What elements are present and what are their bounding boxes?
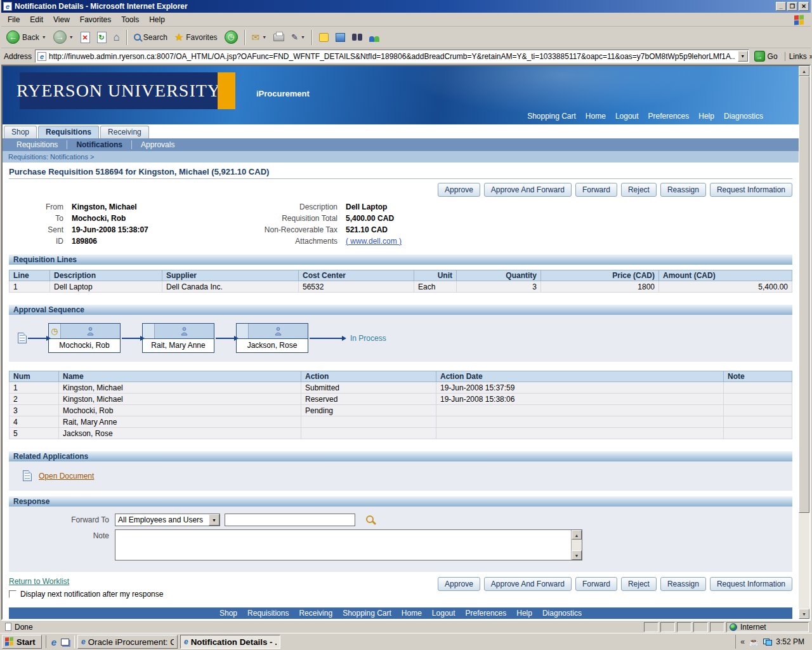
task-button-notification[interactable]: e Notification Details - ... (180, 635, 280, 649)
address-dropdown-button[interactable]: ▼ (738, 51, 748, 62)
vertical-scrollbar[interactable]: ▲ ▼ (799, 66, 809, 619)
forward-to-select[interactable]: All Employees and Users ▼ (115, 514, 220, 526)
network-tray-icon[interactable] (763, 639, 772, 646)
links-button[interactable]: Links » (785, 52, 812, 61)
global-link[interactable]: Logout (615, 112, 639, 121)
scrollbar-track[interactable] (799, 76, 809, 609)
minimize-button[interactable]: _ (776, 2, 786, 11)
close-button[interactable]: ✕ (799, 2, 809, 11)
action-button[interactable]: Reassign (660, 577, 706, 591)
footer-link[interactable]: Diagnostics (542, 609, 582, 618)
action-button[interactable]: Approve And Forward (484, 577, 572, 591)
lookup-magnifier-icon[interactable] (366, 515, 374, 523)
requisition-lines-header: Requisition Lines (9, 254, 792, 265)
action-button[interactable]: Reassign (660, 183, 706, 197)
back-button[interactable]: ← Back▼ (4, 29, 49, 45)
detail-label: To (27, 213, 63, 223)
taskbar: Start e e Oracle iProcurement: Ch... e N… (0, 633, 812, 650)
task-button-oracle[interactable]: e Oracle iProcurement: Ch... (77, 635, 178, 649)
discuss-button[interactable] (317, 32, 331, 43)
stop-button[interactable]: ✕ (78, 30, 93, 44)
approver-node[interactable]: ◷ Mochocki, Rob (48, 323, 121, 353)
footer-link[interactable]: Shopping Cart (343, 609, 391, 618)
tray-expand-icon[interactable]: « (740, 637, 745, 646)
select-dropdown-icon[interactable]: ▼ (209, 514, 219, 526)
footer-link[interactable]: Help (516, 609, 532, 618)
global-links: Shopping CartHomeLogoutPreferencesHelpDi… (527, 112, 763, 121)
approver-node[interactable]: ◷ Rait, Mary Anne (142, 323, 214, 353)
footer-link[interactable]: Requisitions (247, 609, 289, 618)
print-button[interactable] (271, 32, 287, 43)
edit-button[interactable]: ✎▼ (289, 31, 308, 43)
restore-button[interactable]: ❐ (787, 2, 797, 11)
detail-label: Sent (27, 225, 63, 235)
menu-item[interactable]: View (48, 13, 75, 26)
footer-link[interactable]: Shop (219, 609, 237, 618)
detail-label: Attachments (230, 236, 337, 246)
scrollbar-thumb[interactable] (799, 76, 809, 513)
favorites-button[interactable]: ★ Favorites (172, 31, 220, 44)
column-header: Note (724, 371, 792, 382)
action-button[interactable]: Request Information (710, 577, 792, 591)
scroll-up-icon[interactable]: ▲ (799, 66, 809, 76)
scroll-down-icon[interactable]: ▼ (572, 550, 582, 560)
mail-icon: ✉ (252, 32, 260, 43)
forward-to-input[interactable] (225, 514, 355, 526)
home-button[interactable]: ⌂ (111, 30, 122, 44)
contacts-button[interactable] (367, 32, 382, 43)
address-input[interactable]: e http://finuweb.admin.ryerson.ca:8007/O… (35, 50, 749, 63)
action-button[interactable]: Request Information (710, 183, 792, 197)
global-link[interactable]: Home (586, 112, 606, 121)
footer-link[interactable]: Receiving (299, 609, 332, 618)
start-button[interactable]: Start (2, 635, 42, 649)
footer-link[interactable]: Logout (432, 609, 455, 618)
approver-node[interactable]: ◷ Jackson, Rose (236, 323, 308, 353)
global-link[interactable]: Shopping Cart (527, 112, 576, 121)
menu-item[interactable]: Help (144, 13, 170, 26)
research-button[interactable] (350, 32, 365, 43)
address-url[interactable]: http://finuweb.admin.ryerson.ca:8007/OA_… (49, 52, 735, 61)
footer-link[interactable]: Home (402, 609, 422, 618)
action-button[interactable]: Reject (621, 577, 657, 591)
messenger-button[interactable] (333, 32, 348, 43)
breadcrumb[interactable]: Requisitions: Notifications > (8, 153, 94, 161)
refresh-button[interactable]: ↻ (95, 30, 109, 44)
java-tray-icon[interactable]: ☕ (749, 637, 759, 647)
footer-link[interactable]: Preferences (466, 609, 507, 618)
subtab[interactable]: Requisitions (8, 140, 67, 149)
note-textarea[interactable]: ▲ ▼ (115, 529, 582, 560)
subtab-bar: RequisitionsNotificationsApprovals (3, 138, 799, 151)
ie-quicklaunch-icon[interactable]: e (51, 637, 56, 647)
action-button[interactable]: Approve And Forward (484, 183, 572, 197)
global-link[interactable]: Help (698, 112, 714, 121)
action-button[interactable]: Forward (575, 183, 617, 197)
subtab[interactable]: Approvals (131, 140, 183, 149)
go-button[interactable]: → Go (752, 50, 782, 62)
tab[interactable]: Shop (4, 126, 37, 138)
global-link[interactable]: Diagnostics (724, 112, 763, 121)
return-to-worklist-link[interactable]: Return to Worklist (9, 577, 69, 586)
tab[interactable]: Requisitions (38, 126, 99, 138)
display-next-checkbox[interactable] (9, 590, 16, 598)
action-button[interactable]: Approve (438, 577, 480, 591)
menu-item[interactable]: File (3, 13, 25, 26)
menu-item[interactable]: Edit (25, 13, 48, 26)
show-desktop-icon[interactable] (61, 639, 69, 646)
tab[interactable]: Receiving (100, 126, 149, 138)
status-message-pane: Done (3, 622, 642, 632)
open-document-link[interactable]: Open Document (39, 472, 94, 481)
action-button[interactable]: Reject (621, 183, 657, 197)
search-button[interactable]: Search (131, 32, 170, 43)
subtab[interactable]: Notifications (67, 140, 131, 149)
action-button[interactable]: Forward (575, 577, 617, 591)
history-button[interactable]: ◷ (222, 29, 240, 45)
scroll-down-icon[interactable]: ▼ (799, 609, 809, 619)
global-link[interactable]: Preferences (648, 112, 690, 121)
menu-item[interactable]: Favorites (75, 13, 116, 26)
action-button[interactable]: Approve (438, 183, 480, 197)
forward-button[interactable]: → ▼ (51, 29, 76, 45)
menu-item[interactable]: Tools (116, 13, 144, 26)
textarea-scrollbar[interactable]: ▲ ▼ (571, 530, 582, 560)
scroll-up-icon[interactable]: ▲ (572, 530, 582, 540)
mail-button[interactable]: ✉▼ (249, 30, 270, 44)
